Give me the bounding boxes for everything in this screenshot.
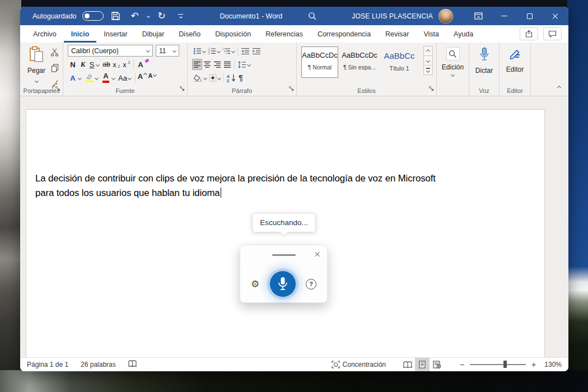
redo-button[interactable]: ↻ <box>155 10 169 23</box>
shrink-font-button[interactable]: A <box>147 72 157 83</box>
autosave-toggle[interactable] <box>82 11 104 21</box>
line-spacing-button[interactable] <box>236 59 251 70</box>
styles-gallery-more-button[interactable] <box>423 65 433 75</box>
change-case-chevron[interactable] <box>128 76 132 80</box>
grow-font-button[interactable]: A <box>137 72 147 83</box>
tab-archivo[interactable]: Archivo <box>26 25 64 43</box>
dictate-button[interactable] <box>479 47 489 64</box>
cut-button[interactable] <box>50 48 59 59</box>
font-dialog-launcher[interactable] <box>180 83 185 94</box>
styles-scroll-up-button[interactable] <box>423 46 433 56</box>
highlight-button[interactable] <box>84 72 94 83</box>
italic-button[interactable]: K <box>78 59 88 70</box>
tab-correspondencia[interactable]: Correspondencia <box>310 25 378 43</box>
style-normal[interactable]: AaBbCcDc ¶ Normal <box>301 46 338 78</box>
increase-indent-button[interactable] <box>251 45 262 57</box>
save-button[interactable] <box>109 10 123 23</box>
zoom-slider-handle[interactable] <box>503 361 507 368</box>
editing-chevron[interactable] <box>451 73 455 77</box>
numbering-button[interactable]: 1 2 3 <box>207 45 221 57</box>
justify-button[interactable] <box>222 59 232 70</box>
underline-button[interactable]: S <box>88 59 96 70</box>
clear-formatting-button[interactable]: A <box>136 59 146 70</box>
tab-diseno[interactable]: Diseño <box>171 25 208 43</box>
account-name[interactable]: JOSE LUIS PLASCENCIA <box>352 12 433 20</box>
customize-quick-access-button[interactable] <box>174 10 188 23</box>
dictation-microphone-button[interactable] <box>270 271 296 297</box>
superscript-button[interactable]: x2 <box>122 59 132 70</box>
clipboard-dialog-launcher[interactable] <box>55 83 60 94</box>
drag-handle[interactable] <box>272 254 296 256</box>
close-button[interactable] <box>543 7 568 25</box>
undo-dropdown-chevron[interactable] <box>147 15 150 18</box>
zoom-slider[interactable] <box>470 364 526 365</box>
dictation-close-button[interactable] <box>314 250 321 258</box>
tab-insertar[interactable]: Insertar <box>96 25 134 43</box>
highlight-chevron[interactable] <box>95 76 99 80</box>
word-count[interactable]: 26 palabras <box>81 361 116 368</box>
shading-button[interactable] <box>192 72 208 83</box>
tab-dibujar[interactable]: Dibujar <box>135 25 172 43</box>
tab-revisar[interactable]: Revisar <box>378 25 416 43</box>
comments-button[interactable] <box>543 27 562 40</box>
tab-ayuda[interactable]: Ayuda <box>446 25 480 43</box>
zoom-percentage[interactable]: 130% <box>542 361 562 368</box>
tab-disposicion[interactable]: Disposición <box>208 25 258 43</box>
dictation-help-button[interactable]: ? <box>306 279 316 290</box>
maximize-button[interactable] <box>517 7 543 25</box>
ribbon-display-options-button[interactable] <box>465 7 491 25</box>
proofing-status-button[interactable] <box>128 360 137 369</box>
subscript-button[interactable]: x2 <box>111 59 122 70</box>
bullets-button[interactable] <box>192 45 207 57</box>
read-mode-button[interactable] <box>400 358 415 372</box>
style-titulo-1[interactable]: AaBbCc Título 1 <box>381 46 418 78</box>
text-effects-chevron[interactable] <box>78 76 82 80</box>
font-color-button[interactable]: A <box>101 72 111 83</box>
collapse-ribbon-button[interactable] <box>558 81 561 91</box>
search-button[interactable] <box>306 10 319 23</box>
editor-button[interactable] <box>508 47 522 63</box>
font-name-value: Calibri (Cuerpo) <box>71 47 119 55</box>
underline-chevron[interactable] <box>96 62 100 66</box>
sort-button[interactable]: A Z <box>226 72 237 83</box>
decrease-indent-button[interactable] <box>240 45 251 57</box>
tab-vista[interactable]: Vista <box>416 25 446 43</box>
copy-button[interactable] <box>51 64 59 74</box>
zoom-in-button[interactable]: + <box>530 360 537 369</box>
editing-button[interactable] <box>446 47 460 60</box>
align-left-button[interactable] <box>192 59 202 70</box>
document-text[interactable]: La decisión de contribuir con clips de v… <box>35 171 483 200</box>
share-button[interactable] <box>520 27 538 40</box>
show-formatting-marks-button[interactable]: ¶ <box>237 72 244 83</box>
align-center-button[interactable] <box>202 59 212 70</box>
text-effects-button[interactable]: A <box>68 72 78 83</box>
undo-button[interactable]: ↶ <box>128 10 142 23</box>
zoom-out-button[interactable]: − <box>459 360 465 369</box>
strikethrough-button[interactable]: ab <box>101 59 111 70</box>
tab-inicio[interactable]: Inicio <box>64 25 97 43</box>
paste-button[interactable]: Pegar <box>26 46 47 85</box>
paste-dropdown-chevron[interactable] <box>34 79 38 83</box>
focus-mode-button[interactable]: Concentración <box>332 361 386 368</box>
dictation-toolbar[interactable]: ⚙ ? <box>240 245 328 303</box>
font-name-select[interactable]: Calibri (Cuerpo) <box>68 45 153 57</box>
web-layout-button[interactable] <box>430 358 444 372</box>
dictation-settings-button[interactable]: ⚙ <box>251 279 259 289</box>
styles-scroll-down-button[interactable] <box>423 55 433 66</box>
font-size-select[interactable]: 11 <box>156 45 179 57</box>
styles-dialog-launcher[interactable] <box>429 83 434 94</box>
change-case-button[interactable]: Aa <box>118 72 128 83</box>
multilevel-list-button[interactable]: 1 a i <box>221 45 236 57</box>
font-color-chevron[interactable] <box>111 76 115 80</box>
page-indicator[interactable]: Página 1 de 1 <box>27 361 68 368</box>
align-right-button[interactable] <box>212 59 222 70</box>
minimize-button[interactable] <box>491 7 517 25</box>
borders-button[interactable] <box>208 72 222 83</box>
paragraph-dialog-launcher[interactable] <box>289 83 294 94</box>
style-sin-espaciado[interactable]: AaBbCcDc ¶ Sin espa... <box>341 46 378 78</box>
tab-referencias[interactable]: Referencias <box>258 25 310 43</box>
print-layout-button[interactable] <box>415 358 430 372</box>
style-sample: AaBbCcDc <box>342 51 377 59</box>
user-avatar[interactable] <box>438 9 453 24</box>
bold-button[interactable]: N <box>68 59 78 70</box>
